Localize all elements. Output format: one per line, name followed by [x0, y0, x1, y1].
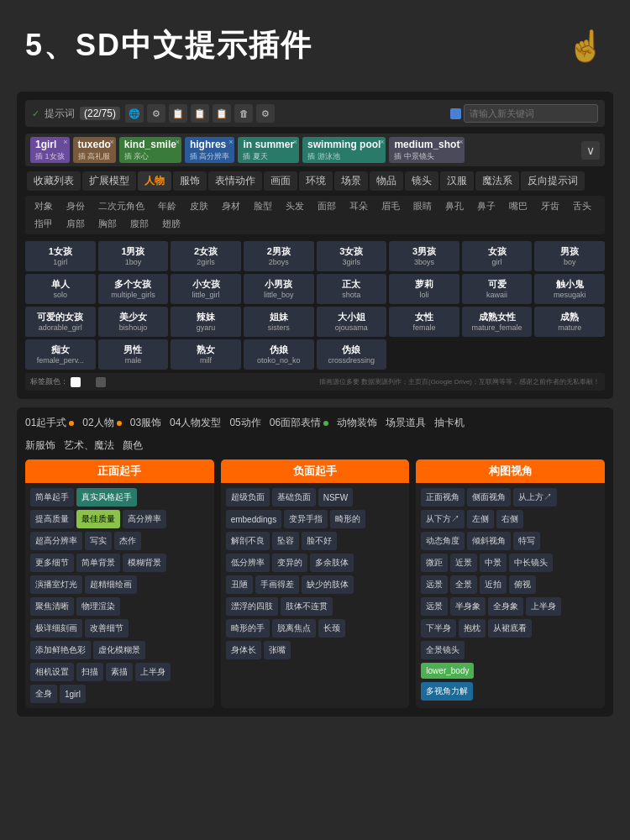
btn-female[interactable]: 女性female [389, 307, 459, 337]
tab-environment[interactable]: 环境 [299, 171, 333, 191]
btn-multi-view[interactable]: 多视角力解 [421, 682, 473, 701]
tab-collections[interactable]: 收藏列表 [27, 171, 81, 191]
btn-little-boy[interactable]: 小男孩little_boy [244, 274, 314, 304]
btn-sketch[interactable]: 素描 [106, 663, 133, 681]
subnav-eyebrow[interactable]: 眉毛 [375, 198, 406, 214]
btn-extra-limbs[interactable]: 多余肢体 [310, 554, 354, 572]
btn-mutated[interactable]: 变异的 [272, 554, 307, 572]
subnav-teeth[interactable]: 牙齿 [535, 198, 565, 214]
btn-shota[interactable]: 正太shota [317, 274, 387, 304]
btn-lower-body-en[interactable]: lower_body [421, 663, 474, 679]
btn-full-scene[interactable]: 全景 [450, 575, 477, 594]
expand-btn[interactable]: ∨ [581, 141, 600, 160]
btn-side-view[interactable]: 侧面视角 [467, 488, 511, 507]
bp-tab-03[interactable]: 03服饰 [130, 416, 161, 430]
btn-1boy[interactable]: 1男孩1boy [98, 241, 169, 271]
btn-ugly[interactable]: 坠容 [272, 532, 299, 550]
btn-near[interactable]: 近景 [450, 554, 477, 572]
btn-milf[interactable]: 熟女milf [171, 339, 241, 370]
btn-deformed-hands[interactable]: 畸形的手 [226, 619, 270, 638]
subnav-object[interactable]: 对象 [29, 198, 59, 214]
btn-mature-female[interactable]: 成熟女性mature_female [462, 307, 533, 337]
btn-realistic[interactable]: 写实 [85, 532, 112, 550]
bp-tab-02[interactable]: 02人物 [82, 416, 121, 430]
btn-focus-sharp[interactable]: 聚焦清晰 [30, 597, 74, 616]
btn-girl[interactable]: 女孩girl [462, 241, 533, 271]
btn-camera-lens[interactable]: 全景镜头 [421, 641, 465, 659]
btn-3boys[interactable]: 3男孩3boys [389, 241, 459, 271]
btn-embeddings[interactable]: embeddings [226, 510, 281, 528]
btn-high-res[interactable]: 高分辨率 [123, 510, 166, 528]
btn-blur-bg[interactable]: 模糊背景 [123, 554, 166, 572]
btn-mid-long[interactable]: 中长镜头 [509, 554, 553, 572]
btn-masterpiece[interactable]: 杰作 [114, 532, 141, 550]
btn-long-neck[interactable]: 长颈 [318, 619, 345, 638]
btn-mesugaki[interactable]: 触小鬼mesugaki [534, 274, 605, 304]
btn-pillow[interactable]: 抱枕 [459, 619, 486, 638]
subnav-body[interactable]: 身材 [216, 198, 246, 214]
btn-2girls[interactable]: 2女孩2girls [171, 241, 241, 271]
btn-1girl-pos[interactable]: 1girl [60, 685, 86, 703]
bp-tab-scene[interactable]: 场景道具 [386, 416, 426, 430]
btn-3girls[interactable]: 3女孩3girls [317, 241, 387, 271]
tag-medium-shot[interactable]: medium_shot 插 中景镜头 × [389, 137, 465, 163]
toolbar-copy3-btn[interactable]: 📋 [213, 104, 231, 123]
btn-improve-detail[interactable]: 改善细节 [85, 619, 129, 638]
subnav-facial[interactable]: 面部 [312, 198, 342, 214]
subnav-nostril[interactable]: 鼻孔 [439, 198, 470, 214]
btn-nsfw[interactable]: NSFW [318, 488, 353, 507]
btn-bad-face[interactable]: 脸不好 [302, 532, 337, 550]
btn-blur-bg2[interactable]: 虚化模糊景 [93, 641, 145, 659]
btn-ultra-fine[interactable]: 超精细绘画 [85, 575, 137, 594]
btn-1girl[interactable]: 1女孩1girl [25, 241, 96, 271]
btn-lower-body[interactable]: 下半身 [421, 619, 456, 638]
subnav-abdomen[interactable]: 腹部 [124, 216, 155, 232]
btn-from-below[interactable]: 从下方↗ [421, 510, 465, 528]
btn-deformed[interactable]: 畸形的 [330, 510, 365, 528]
tab-magic[interactable]: 魔法系 [475, 171, 519, 191]
tab-characters[interactable]: 人物 [138, 171, 171, 191]
btn-front-view[interactable]: 正面视角 [421, 488, 465, 507]
btn-ugly2[interactable]: 丑陋 [226, 575, 253, 594]
subnav-skin[interactable]: 皮肤 [184, 198, 214, 214]
tag-kind-smile[interactable]: kind_smile 插 亲心 × [119, 137, 181, 163]
bp-tab-new-clothing[interactable]: 新服饰 [25, 438, 55, 453]
btn-ultra-highres[interactable]: 超高分辨率 [30, 532, 82, 550]
btn-close-shot[interactable]: 近拍 [480, 575, 507, 594]
tab-location[interactable]: 场景 [334, 171, 368, 191]
btn-adorable-girl[interactable]: 可爱的女孩adorable_girl [25, 307, 96, 337]
btn-physics-render[interactable]: 物理渲染 [76, 597, 120, 616]
subnav-ear[interactable]: 耳朵 [344, 198, 374, 214]
btn-ojousama[interactable]: 大小姐ojousama [317, 307, 387, 337]
btn-macro[interactable]: 微距 [421, 554, 448, 572]
subnav-mouth[interactable]: 嘴巴 [503, 198, 533, 214]
tag-highres[interactable]: highres 插 高分辨率 × [185, 137, 235, 163]
toolbar-settings-btn[interactable]: ⚙ [256, 104, 275, 123]
btn-body-long[interactable]: 身体长 [226, 641, 261, 659]
btn-improve-quality[interactable]: 提高质量 [30, 510, 74, 528]
btn-upper-body[interactable]: 上半身 [135, 663, 171, 681]
subnav-tongue[interactable]: 舌头 [567, 198, 597, 214]
tab-hanfu[interactable]: 汉服 [440, 171, 474, 191]
bp-tab-animal[interactable]: 动物装饰 [337, 416, 377, 430]
btn-simple-start[interactable]: 简单起手 [30, 488, 74, 507]
btn-little-girl[interactable]: 小女孩little_girl [171, 274, 241, 304]
toolbar-delete-btn[interactable]: 🗑 [234, 104, 253, 123]
btn-super-neg[interactable]: 超级负面 [226, 488, 270, 507]
btn-scan[interactable]: 扫描 [76, 663, 103, 681]
tab-clothing[interactable]: 服饰 [173, 171, 207, 191]
btn-bishoujo[interactable]: 美少女bishoujo [98, 307, 169, 337]
btn-floating-limbs[interactable]: 漂浮的四肢 [226, 597, 278, 616]
btn-kawaii[interactable]: 可爱kawaii [462, 274, 533, 304]
btn-full-body[interactable]: 全身 [30, 685, 57, 703]
tag-in-summer[interactable]: in summer 插 夏天 × [238, 137, 299, 163]
btn-studio-light[interactable]: 演播室灯光 [30, 575, 82, 594]
subnav-identity[interactable]: 身份 [60, 198, 91, 214]
tab-items[interactable]: 物品 [370, 171, 403, 191]
btn-right[interactable]: 右侧 [496, 510, 523, 528]
subnav-age[interactable]: 年龄 [152, 198, 182, 214]
subnav-wings[interactable]: 翅膀 [156, 216, 186, 232]
tab-scene[interactable]: 画面 [264, 171, 297, 191]
btn-far[interactable]: 远景 [421, 575, 448, 594]
btn-crossdressing[interactable]: 伪娘crossdressing [317, 339, 387, 370]
